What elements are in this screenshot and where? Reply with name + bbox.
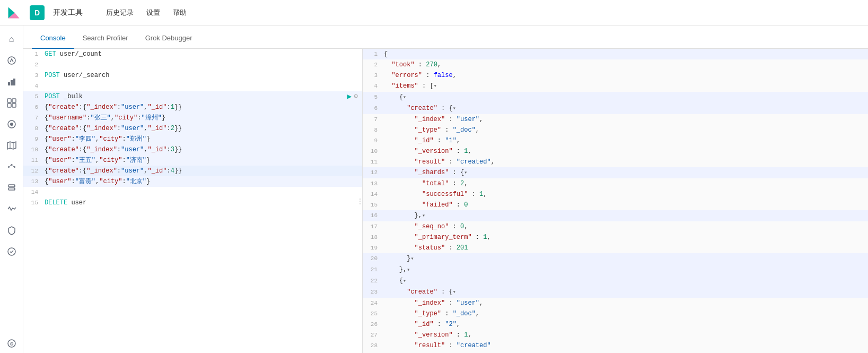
line-num-2: 2 bbox=[23, 59, 45, 70]
nav-settings[interactable]: 设置 bbox=[140, 0, 166, 25]
result-linenum-4: 4 bbox=[363, 81, 384, 92]
result-content-24: "_index" : "user", bbox=[384, 298, 864, 308]
result-linenum-26: 26 bbox=[363, 319, 384, 330]
editor-line-1: 1 GET user/_count bbox=[23, 49, 362, 59]
line-content-8: {"create":{"_index":"user","_id":2}} bbox=[45, 123, 358, 134]
editor-line-15: 15 DELETE user bbox=[23, 197, 362, 208]
fold-arrow-21[interactable]: ▾ bbox=[407, 267, 410, 273]
sidebar-infrastructure-icon[interactable] bbox=[2, 178, 21, 197]
nav-history[interactable]: 历史记录 bbox=[100, 0, 140, 25]
fold-arrow-6[interactable]: ▾ bbox=[453, 106, 456, 111]
line-content-10: {"create":{"_index":"user","_id":3}} bbox=[45, 144, 358, 155]
fold-arrow-16[interactable]: ▾ bbox=[422, 213, 425, 219]
fold-arrow-12[interactable]: ▾ bbox=[464, 170, 467, 176]
result-linenum-6: 6 bbox=[363, 103, 384, 114]
result-linenum-24: 24 bbox=[363, 298, 384, 308]
result-line-6: 6 "create" : {▾ bbox=[363, 103, 868, 114]
result-linenum-7: 7 bbox=[363, 114, 384, 125]
result-content-20: }▾ bbox=[384, 253, 864, 264]
result-linenum-19: 19 bbox=[363, 243, 384, 253]
topbar: D 开发工具 历史记录 设置 帮助 bbox=[0, 0, 868, 25]
sidebar-discover-icon[interactable] bbox=[2, 51, 21, 70]
editor-line-13: 13 {"user":"富贵","city":"北京"} bbox=[23, 176, 362, 187]
sidebar-apm-icon[interactable] bbox=[2, 200, 21, 219]
result-line-21: 21 },▾ bbox=[363, 264, 868, 275]
sidebar-dashboard-icon[interactable] bbox=[2, 93, 21, 113]
svg-rect-2 bbox=[11, 80, 13, 85]
editor-line-14: 14 bbox=[23, 187, 362, 197]
sidebar-canvas-icon[interactable] bbox=[2, 115, 21, 134]
result-line-12: 12 "_shards" : {▾ bbox=[363, 167, 868, 178]
result-pane[interactable]: 1 { 2 "took" : 270, 3 "errors" : false, … bbox=[363, 49, 868, 353]
result-line-1: 1 { bbox=[363, 49, 868, 59]
svg-point-0 bbox=[8, 57, 15, 64]
result-linenum-25: 25 bbox=[363, 308, 384, 319]
result-content-22: {▾ bbox=[384, 275, 864, 287]
editor-line-5: 5 POST _bulk ▶ ⚙ bbox=[23, 91, 362, 102]
svg-rect-7 bbox=[12, 104, 16, 107]
tab-bar: Console Search Profiler Grok Debugger bbox=[23, 25, 868, 49]
sidebar-maps-icon[interactable] bbox=[2, 136, 21, 155]
line-content-11: {"user":"王五","city":"济南"} bbox=[45, 155, 358, 166]
line-content-3: POST user/_search bbox=[45, 70, 358, 81]
kibana-logo bbox=[6, 5, 21, 20]
editor-line-10: 10 {"create":{"_index":"user","_id":3}} bbox=[23, 144, 362, 155]
sidebar: ⌂ ⚙ bbox=[0, 25, 23, 353]
result-linenum-1: 1 bbox=[363, 49, 384, 59]
line-num-8: 8 bbox=[23, 123, 45, 134]
result-line-8: 8 "_type" : "_doc", bbox=[363, 125, 868, 135]
editor-line-6: 6 {"create":{"_index":"user","_id":1}} bbox=[23, 102, 362, 113]
result-content-23: "create" : {▾ bbox=[384, 287, 864, 298]
app-icon: D bbox=[30, 5, 45, 20]
svg-text:⚙: ⚙ bbox=[10, 341, 14, 347]
result-linenum-22: 22 bbox=[363, 275, 384, 287]
sidebar-home-icon[interactable]: ⌂ bbox=[2, 30, 21, 49]
tab-grok-debugger[interactable]: Grok Debugger bbox=[137, 28, 201, 49]
svg-rect-14 bbox=[11, 164, 12, 166]
sidebar-visualize-icon[interactable] bbox=[2, 72, 21, 91]
result-line-26: 26 "_id" : "2", bbox=[363, 319, 868, 330]
nav-help[interactable]: 帮助 bbox=[166, 0, 193, 25]
result-line-23: 23 "create" : {▾ bbox=[363, 287, 868, 298]
sidebar-uptime-icon[interactable] bbox=[2, 242, 21, 261]
result-line-17: 17 "_seq_no" : 0, bbox=[363, 221, 868, 232]
line-content-15: DELETE user bbox=[45, 197, 358, 208]
result-linenum-11: 11 bbox=[363, 157, 384, 167]
sidebar-siem-icon[interactable] bbox=[2, 221, 21, 240]
sidebar-devtools-icon[interactable]: ⚙ bbox=[2, 334, 21, 353]
line-content-7: {"username":"张三","city":"漳州"} bbox=[45, 113, 358, 123]
fold-arrow-22[interactable]: ▾ bbox=[403, 278, 406, 284]
result-linenum-27: 27 bbox=[363, 330, 384, 340]
line-content-13: {"user":"富贵","city":"北京"} bbox=[45, 176, 358, 187]
resize-handle[interactable]: ⋮ bbox=[358, 198, 362, 204]
result-content-14: "successful" : 1, bbox=[384, 189, 864, 200]
result-content-7: "_index" : "user", bbox=[384, 114, 864, 125]
result-line-2: 2 "took" : 270, bbox=[363, 59, 868, 70]
result-linenum-12: 12 bbox=[363, 167, 384, 178]
fold-arrow-5[interactable]: ▾ bbox=[403, 94, 406, 100]
tab-console[interactable]: Console bbox=[32, 28, 74, 49]
editor-line-2: 2 bbox=[23, 59, 362, 70]
fold-arrow-4[interactable]: ▾ bbox=[434, 83, 437, 89]
fold-arrow-23[interactable]: ▾ bbox=[453, 289, 456, 295]
tab-search-profiler[interactable]: Search Profiler bbox=[74, 28, 137, 49]
sidebar-ml-icon[interactable] bbox=[2, 157, 21, 176]
result-line-10: 10 "_version" : 1, bbox=[363, 146, 868, 157]
svg-rect-5 bbox=[12, 99, 16, 102]
run-button[interactable]: ▶ bbox=[347, 91, 352, 102]
result-content-18: "_primary_term" : 1, bbox=[384, 232, 864, 243]
editor-area: 1 GET user/_count 2 3 POST user/_search bbox=[23, 49, 868, 353]
result-line-14: 14 "successful" : 1, bbox=[363, 189, 868, 200]
line-num-6: 6 bbox=[23, 102, 45, 113]
fold-arrow-20[interactable]: ▾ bbox=[410, 256, 414, 262]
line-content-12: {"create":{"_index":"user","_id":4}} bbox=[45, 166, 358, 176]
editor-line-12: 12 {"create":{"_index":"user","_id":4}} bbox=[23, 166, 362, 176]
result-content-15: "failed" : 0 bbox=[384, 200, 864, 210]
wrench-button[interactable]: ⚙ bbox=[354, 91, 358, 102]
result-content-10: "_version" : 1, bbox=[384, 146, 864, 157]
line-num-3: 3 bbox=[23, 70, 45, 81]
result-content-11: "result" : "created", bbox=[384, 157, 864, 167]
line-num-12: 12 bbox=[23, 166, 45, 176]
result-line-24: 24 "_index" : "user", bbox=[363, 298, 868, 308]
code-editor[interactable]: 1 GET user/_count 2 3 POST user/_search bbox=[23, 49, 362, 353]
